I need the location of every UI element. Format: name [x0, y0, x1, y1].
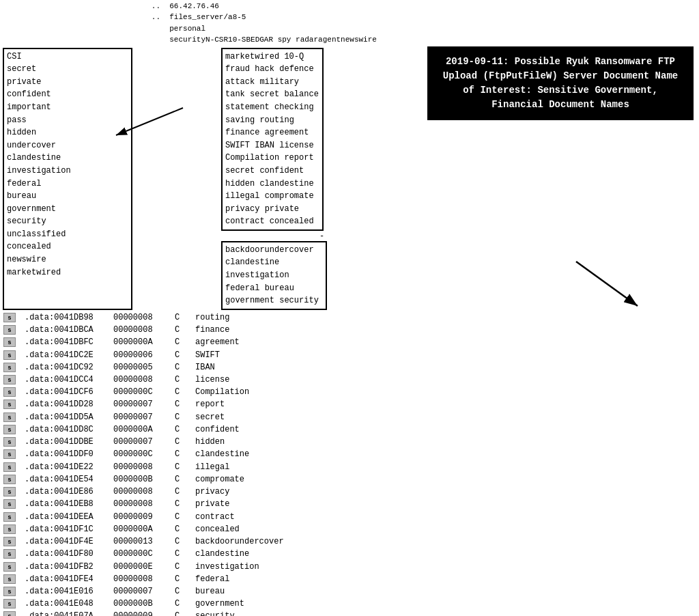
s-icon: s	[3, 337, 16, 347]
table-row: s.data:0041E0480000000BCgovernment	[3, 598, 696, 610]
row-hex: 0000000C	[109, 548, 171, 560]
left-word-CSI: CSI	[7, 51, 128, 64]
table-row: s.data:0041DFE400000008Cfederal	[3, 573, 696, 585]
row-icon: s	[3, 398, 20, 410]
mid-license: license	[279, 141, 313, 150]
s-icon: s	[3, 574, 16, 584]
row-icon: s	[3, 311, 20, 324]
bot-investigation: investigation	[225, 270, 289, 280]
row-address: .data:0041DE22	[20, 461, 109, 473]
table-row: s.data:0041DBCA00000008Cfinance	[3, 324, 696, 336]
svg-line-3	[576, 262, 638, 306]
mid-attack: attack	[225, 77, 255, 87]
table-row: s.data:0041DCC400000008Clicense	[3, 374, 696, 386]
row-icon: s	[3, 324, 20, 336]
left-word-clandestine: clandestine	[7, 152, 128, 165]
row-type: C	[171, 486, 191, 498]
row-hex: 00000007	[109, 585, 171, 598]
row-word: compromate	[191, 473, 696, 486]
row-address: .data:0041DE54	[20, 473, 109, 486]
row-hex: 00000006	[109, 349, 171, 361]
table-row: s.data:0041DC2E00000006CSWIFT	[3, 349, 696, 361]
row-type: C	[171, 423, 191, 436]
row-type: C	[171, 461, 191, 473]
row-word: hidden	[191, 436, 696, 448]
row-hex: 00000009	[109, 610, 171, 616]
header-line4: securityN-CSR10-SBEDGAR spy radaragentne…	[0, 35, 699, 46]
mid-statement: statement	[225, 102, 270, 112]
table-row: s.data:0041DC9200000005CIBAN	[3, 361, 696, 374]
row-word: privacy	[191, 486, 696, 498]
mid-agreement: agreement	[265, 128, 309, 137]
table-row: s.data:0041DFB20000000ECinvestigation	[3, 561, 696, 573]
row-hex: 0000000B	[109, 473, 171, 486]
row-address: .data:0041DFE4	[20, 573, 109, 585]
row-address: .data:0041DF4E	[20, 535, 109, 548]
row-address: .data:0041DDF0	[20, 448, 109, 460]
row-address: .data:0041DCC4	[20, 374, 109, 386]
bot-clandestine: clandestine	[225, 257, 279, 267]
mid-10q: 10-Q	[284, 52, 304, 61]
mid-checking: checking	[274, 102, 314, 112]
s-icon: s	[3, 325, 16, 335]
table-row: s.data:0041DD2800000007Creport	[3, 398, 696, 410]
left-word-secret: secret	[7, 63, 128, 76]
table-row: s.data:0041DEEA00000009Ccontract	[3, 511, 696, 523]
row-address: .data:0041DBFC	[20, 336, 109, 348]
row-address: .data:0041DD28	[20, 398, 109, 410]
header-line1: .. 66.42.76.46	[0, 1, 699, 12]
row-icon: s	[3, 523, 20, 535]
row-type: C	[171, 324, 191, 336]
table-row: s.data:0041DEB800000008Cprivate	[3, 498, 696, 510]
mid-compromate: compromate	[265, 191, 314, 201]
row-word: private	[191, 498, 696, 510]
table-row: s.data:0041DF1C0000000ACconcealed	[3, 523, 696, 535]
row-hex: 0000000C	[109, 386, 171, 398]
row-word: illegal	[191, 461, 696, 473]
s-icon: s	[3, 449, 16, 459]
s-icon: s	[3, 412, 16, 422]
row-address: .data:0041E048	[20, 598, 109, 610]
table-row: s.data:0041DF4E00000013Cbackdoorundercov…	[3, 535, 696, 548]
mid-iban: IBAN	[255, 141, 274, 150]
s-icon: s	[3, 599, 16, 608]
mid-military: military	[259, 77, 299, 87]
header-line2: .. files_server/a8-5	[0, 12, 699, 23]
row-word: IBAN	[191, 361, 696, 374]
row-hex: 00000008	[109, 461, 171, 473]
table-row: s.data:0041DE8600000008Cprivacy	[3, 486, 696, 498]
row-address: .data:0041DF1C	[20, 523, 109, 535]
left-word-confident: confident	[7, 88, 128, 101]
row-type: C	[171, 523, 191, 535]
row-type: C	[171, 473, 191, 486]
row-word: report	[191, 398, 696, 410]
row-word: contract	[191, 511, 696, 523]
row-word: clandestine	[191, 448, 696, 460]
arrow-left-icon	[109, 101, 184, 142]
row-type: C	[171, 598, 191, 610]
mid-report: report	[284, 153, 313, 163]
middle-word-box: marketwired 10-Q fraud hack defence atta…	[221, 48, 324, 231]
row-address: .data:0041DB98	[20, 311, 109, 324]
row-icon: s	[3, 461, 20, 473]
mid-confident: confident	[259, 166, 304, 176]
row-icon: s	[3, 423, 20, 436]
row-type: C	[171, 411, 191, 423]
s-icon: s	[3, 487, 16, 496]
mid-tank: tank	[225, 89, 245, 99]
row-icon: s	[3, 573, 20, 585]
s-icon: s	[3, 549, 16, 559]
row-hex: 00000007	[109, 436, 171, 448]
row-type: C	[171, 386, 191, 398]
row-type: C	[171, 311, 191, 324]
table-row: s.data:0041DBFC0000000ACagreement	[3, 336, 696, 348]
row-address: .data:0041DEEA	[20, 511, 109, 523]
row-icon: s	[3, 386, 20, 398]
row-word: investigation	[191, 561, 696, 573]
row-type: C	[171, 511, 191, 523]
middle-word-area: marketwired 10-Q fraud hack defence atta…	[221, 48, 327, 310]
row-address: .data:0041DCF6	[20, 386, 109, 398]
left-word-security: security	[7, 215, 128, 228]
row-address: .data:0041DDBE	[20, 436, 109, 448]
s-icon: s	[3, 437, 16, 447]
